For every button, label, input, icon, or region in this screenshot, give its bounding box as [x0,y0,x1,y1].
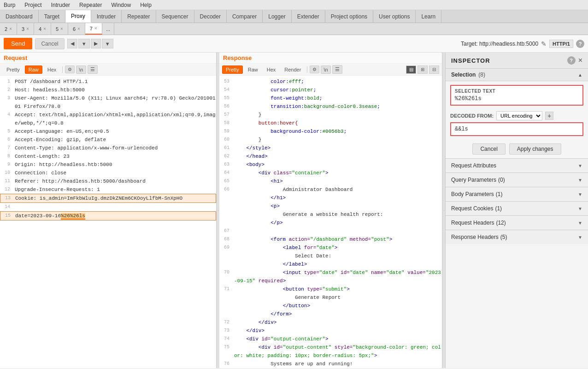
code-line-9: 9 Origin: http://headless.htb:5000 [0,161,216,169]
nav-forward-button[interactable]: ▶ [91,39,101,48]
req-fmt-special3[interactable]: ☰ [88,65,98,74]
code-line-5: 5 Accept-Language: en-US,en;q=0.5 [0,127,216,136]
code-line-15: 15 date=2023-09-16%26%26ls [0,211,216,220]
tab-logger[interactable]: Logger [263,10,291,23]
response-code-area[interactable]: 53 color:#fff; 54 cursor:pointer; 55 fon… [219,76,442,368]
menu-burp[interactable]: Burp [2,2,17,8]
tab-sequencer[interactable]: Sequencer [156,10,194,23]
tab-learn[interactable]: Learn [416,10,441,23]
nav-forward-dropdown[interactable]: ▼ [102,39,113,48]
response-format-bar: Pretty Raw Hex Render ⚙ \n ☰ ▤ ⊞ ⊟ [219,64,442,76]
section-header-query-params[interactable]: Query Parameters (0) ▼ [446,173,588,187]
apply-changes-button[interactable]: Apply changes [509,143,561,155]
inspector-header: INSPECTOR ? × [446,53,588,69]
req-fmt-special2[interactable]: \n [76,65,86,74]
view-btn-1[interactable]: ▤ [406,65,416,74]
resp-line-60: 60 } [219,136,442,144]
tab-decoder[interactable]: Decoder [194,10,227,23]
req-tab-7[interactable]: 7 × [85,23,102,35]
menu-help[interactable]: Help [138,2,153,8]
req-tab-4[interactable]: 4 × [34,23,51,35]
resp-fmt-special1[interactable]: ⚙ [310,65,319,73]
view-btn-2[interactable]: ⊞ [417,65,428,74]
decoded-from-label: DECODED FROM: [450,113,494,119]
view-btn-3[interactable]: ⊟ [429,65,439,74]
tab-repeater[interactable]: Repeater [122,10,156,23]
send-button[interactable]: Send [4,38,32,49]
req-tab-6-close[interactable]: × [77,26,80,31]
resp-line-66c: <p> [219,202,442,210]
menu-repeater[interactable]: Repeater [77,2,104,8]
tab-intruder[interactable]: Intruder [91,10,122,23]
menu-intruder[interactable]: Intruder [49,2,72,8]
req-fmt-pretty[interactable]: Pretty [3,65,24,74]
fmt-sep-1 [62,66,63,73]
menu-project[interactable]: Project [23,2,43,8]
menu-window[interactable]: Window [109,2,133,8]
resp-line-67: 67 [219,227,442,235]
req-fmt-special1[interactable]: ⚙ [65,65,75,73]
resp-line-57: 57 } [219,111,442,119]
resp-line-66e: </p> [219,219,442,227]
tab-comparer[interactable]: Comparer [227,10,263,23]
resp-line-66d: Generate a website health report: [219,210,442,219]
code-line-4: 4 Accept: text/html,application/xhtml+xm… [0,111,216,127]
inspector-cancel-button[interactable]: Cancel [472,143,505,155]
request-code-area[interactable]: 1 POST /dashboard HTTP/1.1 2 Host: headl… [0,76,216,368]
selection-header[interactable]: Selection (8) ▲ [446,69,588,81]
request-tab-bar: 2 × 3 × 4 × 5 × 6 × 7 × ... [0,23,588,35]
resp-line-63: 63 <body> [219,161,442,169]
section-header-body-params[interactable]: Body Parameters (1) ▼ [446,187,588,201]
req-tab-5[interactable]: 5 × [51,23,68,35]
main-tab-bar: Dashboard Target Proxy Intruder Repeater… [0,10,588,23]
tab-extender[interactable]: Extender [292,10,325,23]
decoded-from-select[interactable]: URL encoding Base64 HTML entities Hex [496,111,542,120]
resp-line-75: 75 <div id="output-content" style="backg… [219,343,442,360]
inspector-help-icon[interactable]: ? [567,56,576,65]
tab-dashboard[interactable]: Dashboard [0,10,39,23]
inspector-close-button[interactable]: × [578,56,582,65]
resp-fmt-hex[interactable]: Hex [263,65,280,74]
help-icon[interactable]: ? [576,40,584,48]
resp-fmt-special3[interactable]: ☰ [332,65,342,74]
section-header-req-attrs[interactable]: Request Attributes ▼ [446,159,588,173]
nav-back-dropdown[interactable]: ▼ [78,39,90,48]
req-tab-2[interactable]: 2 × [0,23,17,35]
req-tab-2-close[interactable]: × [9,26,12,31]
inspector-section-req-cookies: Request Cookies (1) ▼ [446,201,588,215]
section-title-req-cookies: Request Cookies [451,205,493,212]
resp-fmt-special2[interactable]: \n [321,65,330,74]
req-tab-7-close[interactable]: × [94,26,97,31]
resp-fmt-pretty[interactable]: Pretty [222,65,243,74]
tab-proxy[interactable]: Proxy [65,10,91,23]
target-edit-icon[interactable]: ✎ [541,40,547,48]
http-version-badge: HTTP/1 [549,40,573,48]
resp-fmt-raw[interactable]: Raw [244,65,262,74]
resp-fmt-sep [307,66,307,73]
req-tab-3-close[interactable]: × [26,26,29,31]
req-tab-3[interactable]: 3 × [17,23,34,35]
tab-user-options[interactable]: User options [373,10,416,23]
req-fmt-raw[interactable]: Raw [25,65,42,74]
section-header-resp-headers[interactable]: Response Headers (5) ▼ [446,230,588,244]
section-header-req-cookies[interactable]: Request Cookies (1) ▼ [446,202,588,215]
section-header-req-headers[interactable]: Request Headers (12) ▼ [446,216,588,230]
inspector-section-resp-headers: Response Headers (5) ▼ [446,230,588,244]
selected-text-label: SELECTED TEXT [455,89,579,94]
decoded-add-button[interactable]: + [545,112,553,120]
req-tab-5-close[interactable]: × [60,26,63,31]
req-tab-6[interactable]: 6 × [68,23,85,35]
req-tab-4-close[interactable]: × [43,26,46,31]
nav-back-button[interactable]: ◀ [67,39,77,48]
req-tab-more[interactable]: ... [102,23,114,35]
code-line-14: 14 [0,203,216,211]
tab-target[interactable]: Target [39,10,65,23]
resp-line-59: 59 background-color:#0056b3; [219,127,442,136]
section-title-req-attrs: Request Attributes [451,162,496,169]
tab-project-options[interactable]: Project options [325,10,373,23]
req-fmt-hex[interactable]: Hex [44,65,60,74]
resp-line-76: 76 Systems are up and running! [219,360,442,368]
cancel-button[interactable]: Cancel [35,38,64,49]
section-title-body-params: Body Parameters [451,191,494,197]
resp-fmt-render[interactable]: Render [281,65,305,74]
